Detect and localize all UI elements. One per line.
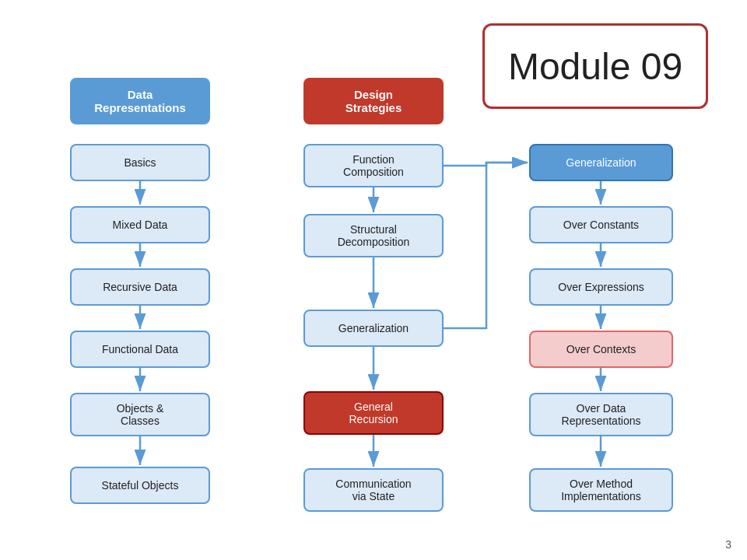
box-mixed-data: Mixed Data <box>70 206 210 243</box>
box-generalization-mid: Generalization <box>303 310 444 347</box>
box-basics: Basics <box>70 144 210 181</box>
box-generalization-top: Generalization <box>529 144 673 181</box>
box-stateful-objects: Stateful Objects <box>70 467 210 504</box>
box-over-constants: Over Constants <box>529 206 673 243</box>
page-number: 3 <box>725 538 731 551</box>
box-objects-classes: Objects & Classes <box>70 393 210 436</box>
col-header-data: Data Representations <box>70 78 210 124</box>
box-over-method-impl: Over Method Implementations <box>529 468 673 512</box>
box-functional-data: Functional Data <box>70 331 210 368</box>
box-function-composition: Function Composition <box>303 144 444 187</box>
module-title: Module 09 <box>482 23 708 109</box>
box-structural-decomp: Structural Decomposition <box>303 214 444 257</box>
col-header-design: Design Strategies <box>303 78 444 124</box>
box-communication-state: Communication via State <box>303 468 444 512</box>
box-over-expressions: Over Expressions <box>529 268 673 306</box>
box-over-data-rep: Over Data Representations <box>529 393 673 436</box>
box-general-recursion: General Recursion <box>303 391 444 435</box>
box-over-contexts: Over Contexts <box>529 331 673 368</box>
box-recursive-data: Recursive Data <box>70 268 210 306</box>
